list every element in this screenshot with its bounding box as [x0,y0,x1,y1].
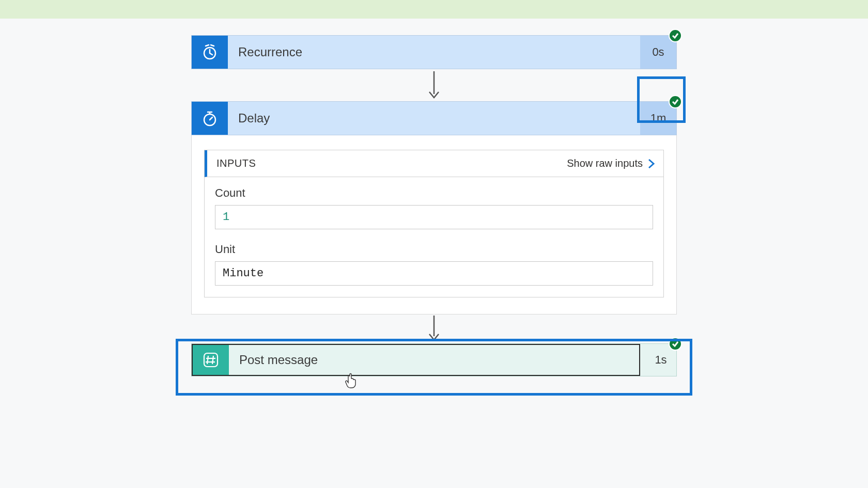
stopwatch-icon [192,102,228,135]
field-unit-value: Minute [215,261,653,286]
delay-title: Delay [228,102,640,135]
success-badge-icon [669,29,682,42]
inputs-label: INPUTS [216,158,256,169]
field-count: Count 1 [205,177,663,233]
flow-canvas: Recurrence 0s [0,19,868,488]
connector-arrow [191,314,677,343]
post-message-header[interactable]: Post message 1s [191,343,677,376]
step-recurrence: Recurrence 0s [191,35,677,69]
post-message-title: Post message [229,345,639,375]
svg-rect-9 [204,353,218,367]
hash-icon [193,345,229,375]
svg-line-10 [207,356,208,364]
step-delay: Delay 1m INPUTS Show raw inputs [191,101,677,314]
field-count-value: 1 [215,205,653,229]
svg-line-5 [210,117,212,120]
success-badge-icon [669,337,682,351]
flow-column: Recurrence 0s [191,35,677,376]
clock-icon [192,36,228,69]
show-raw-inputs-label: Show raw inputs [567,158,643,169]
svg-line-2 [210,53,212,55]
connector-arrow [191,69,677,101]
field-count-label: Count [215,186,653,200]
delay-body: INPUTS Show raw inputs Count 1 [191,135,677,314]
recurrence-header[interactable]: Recurrence 0s [191,35,677,69]
delay-header[interactable]: Delay 1m [191,101,677,135]
notification-band [0,0,868,19]
field-unit: Unit Minute [205,233,663,297]
post-message-main[interactable]: Post message [192,344,640,376]
svg-line-11 [212,356,213,364]
recurrence-title: Recurrence [228,36,640,69]
show-raw-inputs-link[interactable]: Show raw inputs [567,158,655,169]
success-badge-icon [669,95,682,108]
inputs-header: INPUTS Show raw inputs [205,150,663,177]
field-unit-label: Unit [215,243,653,256]
inputs-panel: INPUTS Show raw inputs Count 1 [204,150,664,297]
step-post-message: Post message 1s [191,343,677,376]
chevron-right-icon [648,158,655,169]
